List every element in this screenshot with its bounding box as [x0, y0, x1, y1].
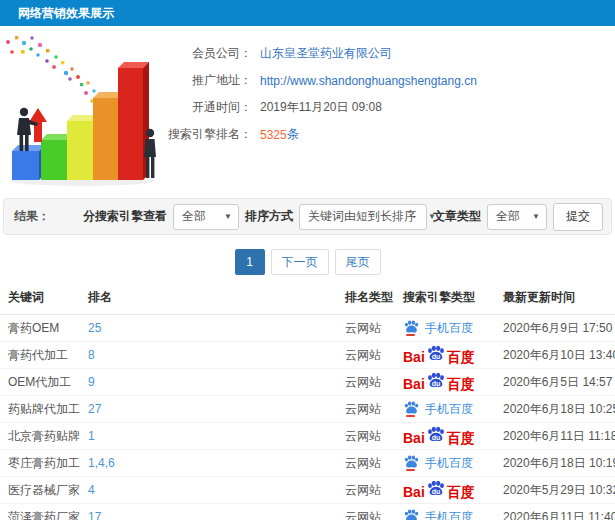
updated-cell: 2020年6月11日 11:18 [495, 423, 615, 450]
baidu-paw-icon [403, 455, 420, 471]
info-list: 会员公司： 山东皇圣堂药业有限公司 推广地址： http://www.shand… [162, 30, 615, 192]
engine-rank-count: 5325 [260, 128, 287, 142]
search-engine-cell: 手机百度 Baidu百度 [403, 401, 495, 418]
sort-select[interactable]: 关键词由短到长排序 ▼ [299, 204, 427, 230]
updated-cell: 2020年6月18日 10:19 [495, 450, 615, 477]
keyword-cell: 北京膏药贴牌 [0, 423, 80, 450]
promo-url-row: 推广地址： http://www.shandonghuangshengtang.… [162, 67, 615, 94]
promo-url-link[interactable]: http://www.shandonghuangshengtang.cn [260, 74, 477, 88]
rank-link[interactable]: 25 [88, 321, 101, 335]
company-link[interactable]: 山东皇圣堂药业有限公司 [260, 45, 392, 62]
keyword-cell: 膏药OEM [0, 315, 80, 342]
rank-type-cell: 云网站 [337, 504, 395, 520]
rank-type-cell: 云网站 [337, 342, 395, 369]
baidu-logo[interactable]: Baidu百度 [403, 480, 475, 500]
baidu-paw-icon [403, 509, 420, 520]
page-title: 网络营销效果展示 [18, 5, 114, 22]
search-engine-cell: 手机百度 Baidu百度 [403, 345, 495, 365]
page-button-current[interactable]: 1 [235, 249, 265, 275]
search-engine-cell: 手机百度 Baidu百度 [403, 455, 495, 472]
search-engine-cell: 手机百度 Baidu百度 [403, 426, 495, 446]
rank-link[interactable]: 8 [88, 348, 95, 362]
article-type-value: 全部 [496, 208, 520, 225]
company-label: 会员公司： [162, 45, 252, 62]
pagination: 1 下一页 尾页 [0, 249, 615, 275]
keyword-cell: OEM代加工 [0, 369, 80, 396]
table-row: 膏药OEM 25 云网站 手机百度 Baidu百度 2020年6月9日 17:5… [0, 315, 615, 342]
next-page-button[interactable]: 下一页 [271, 249, 329, 275]
rank-type-cell: 云网站 [337, 423, 395, 450]
mobile-baidu-label: 手机百度 [425, 455, 473, 472]
result-label: 结果： [14, 208, 50, 225]
baidu-paw-icon: du [426, 426, 446, 445]
rank-link[interactable]: 9 [88, 375, 95, 389]
search-engine-cell: 手机百度 Baidu百度 [403, 372, 495, 392]
rank-link[interactable]: 1,4,6 [88, 456, 115, 470]
mobile-baidu-badge[interactable]: 手机百度 [403, 320, 473, 337]
rank-type-cell: 云网站 [337, 369, 395, 396]
baidu-paw-icon [403, 320, 420, 336]
table-row: 菏泽膏药厂家 17 云网站 手机百度 Baidu百度 2020年6月11日 11… [0, 504, 615, 520]
engine-rank-label: 搜索引擎排名： [162, 126, 252, 143]
growth-chart-illustration [0, 30, 162, 192]
rank-link[interactable]: 1 [88, 429, 95, 443]
article-type-select[interactable]: 全部 ▼ [487, 204, 547, 230]
rank-link[interactable]: 4 [88, 483, 95, 497]
rank-type-cell: 云网站 [337, 396, 395, 423]
mobile-baidu-label: 手机百度 [425, 509, 473, 520]
updated-cell: 2020年6月18日 10:25 [495, 396, 615, 423]
sort-label: 排序方式 [245, 208, 293, 225]
opened-time-row: 开通时间： 2019年11月20日 09:08 [162, 94, 615, 121]
filter-controls: 分搜索引擎查看 全部 ▼ 排序方式 关键词由短到长排序 ▼ 文章类型 全部 ▼ … [83, 203, 603, 231]
baidu-logo[interactable]: Baidu百度 [403, 345, 475, 365]
keyword-cell: 医疗器械厂家 [0, 477, 80, 504]
rank-link[interactable]: 27 [88, 402, 101, 416]
table-row: 医疗器械厂家 4 云网站 手机百度 Baidu百度 2020年5月29日 10:… [0, 477, 615, 504]
chevron-down-icon: ▼ [520, 212, 540, 221]
rank-link[interactable]: 17 [88, 510, 101, 520]
updated-cell: 2020年6月5日 14:57 [495, 369, 615, 396]
baidu-paw-icon [403, 401, 420, 417]
engine-filter-label: 分搜索引擎查看 [83, 208, 167, 225]
growth-chart-image [0, 30, 162, 192]
article-type-label: 文章类型 [433, 208, 481, 225]
keyword-cell: 膏药代加工 [0, 342, 80, 369]
engine-rank-row: 搜索引擎排名： 5325 条 [162, 121, 615, 148]
baidu-logo[interactable]: Baidu百度 [403, 426, 475, 446]
keyword-cell: 枣庄膏药加工 [0, 450, 80, 477]
engine-rank-unit[interactable]: 条 [287, 126, 299, 143]
rank-type-cell: 云网站 [337, 450, 395, 477]
page-header: 网络营销效果展示 [0, 0, 615, 26]
info-section: 会员公司： 山东皇圣堂药业有限公司 推广地址： http://www.shand… [0, 26, 615, 194]
mobile-baidu-badge[interactable]: 手机百度 [403, 401, 473, 418]
updated-cell: 2020年6月11日 11:40 [495, 504, 615, 520]
submit-button[interactable]: 提交 [553, 203, 603, 231]
search-engine-cell: 手机百度 Baidu百度 [403, 480, 495, 500]
mobile-baidu-badge[interactable]: 手机百度 [403, 455, 473, 472]
filter-bar: 结果： 分搜索引擎查看 全部 ▼ 排序方式 关键词由短到长排序 ▼ 文章类型 全… [3, 198, 612, 235]
baidu-logo[interactable]: Baidu百度 [403, 372, 475, 392]
company-row: 会员公司： 山东皇圣堂药业有限公司 [162, 40, 615, 67]
mobile-baidu-badge[interactable]: 手机百度 [403, 509, 473, 520]
promo-url-label: 推广地址： [162, 72, 252, 89]
col-header-updated: 最新更新时间 [495, 281, 615, 315]
chevron-down-icon: ▼ [212, 212, 232, 221]
engine-filter-value: 全部 [182, 208, 206, 225]
table-row: 北京膏药贴牌 1 云网站 手机百度 Baidu百度 2020年6月11日 11:… [0, 423, 615, 450]
table-row: 膏药代加工 8 云网站 手机百度 Baidu百度 2020年6月10日 13:4… [0, 342, 615, 369]
table-header-row: 关键词 排名 排名类型 搜索引擎类型 最新更新时间 [0, 281, 615, 315]
opened-time-label: 开通时间： [162, 99, 252, 116]
last-page-button[interactable]: 尾页 [335, 249, 381, 275]
search-engine-cell: 手机百度 Baidu百度 [403, 509, 495, 520]
col-header-engine-type: 搜索引擎类型 [395, 281, 495, 315]
mobile-baidu-label: 手机百度 [425, 320, 473, 337]
rank-type-cell: 云网站 [337, 315, 395, 342]
baidu-paw-icon: du [426, 345, 446, 364]
baidu-paw-icon: du [426, 372, 446, 391]
mobile-baidu-label: 手机百度 [425, 401, 473, 418]
engine-filter-select[interactable]: 全部 ▼ [173, 204, 239, 230]
keyword-cell: 菏泽膏药厂家 [0, 504, 80, 520]
keyword-rank-table: 关键词 排名 排名类型 搜索引擎类型 最新更新时间 膏药OEM 25 云网站 手… [0, 281, 615, 520]
table-row: 药贴牌代加工 27 云网站 手机百度 Baidu百度 2020年6月18日 10… [0, 396, 615, 423]
updated-cell: 2020年5月29日 10:32 [495, 477, 615, 504]
